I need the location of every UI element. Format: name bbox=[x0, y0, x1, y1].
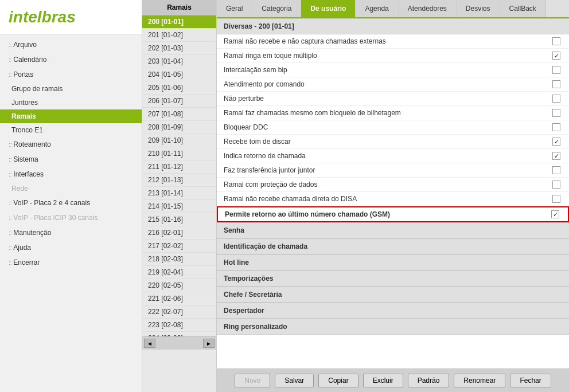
sidebar-item-ajuda[interactable]: Ajuda bbox=[0, 240, 142, 255]
ramal-item[interactable]: 215 [01-16] bbox=[142, 213, 216, 226]
checkbox-cell[interactable] bbox=[551, 37, 562, 45]
sidebar-item-manutencao[interactable]: Manutenção bbox=[0, 225, 142, 240]
checkbox[interactable] bbox=[552, 37, 560, 45]
ramal-item[interactable]: 202 [01-03] bbox=[142, 42, 216, 55]
tab-agenda[interactable]: Agenda bbox=[356, 0, 398, 17]
ramal-item[interactable]: 214 [01-15] bbox=[142, 200, 216, 213]
renomear-button[interactable]: Renomear bbox=[454, 374, 505, 387]
scroll-left-button[interactable]: ◄ bbox=[144, 339, 155, 348]
ramal-item[interactable]: 213 [01-14] bbox=[142, 187, 216, 200]
tab-de-usuario[interactable]: De usuário bbox=[301, 0, 356, 17]
checkbox[interactable] bbox=[552, 52, 560, 60]
checkbox[interactable] bbox=[552, 123, 560, 131]
ramal-item[interactable]: 209 [01-10] bbox=[142, 134, 216, 147]
ramal-item[interactable]: 218 [02-03] bbox=[142, 253, 216, 266]
section-chefe-secretaria: Chefe / Secretária bbox=[217, 287, 569, 303]
checkbox-cell[interactable] bbox=[551, 195, 562, 203]
ramal-item[interactable]: 219 [02-04] bbox=[142, 266, 216, 279]
sidebar-item-ramais[interactable]: Ramais bbox=[0, 109, 142, 123]
ramal-item[interactable]: 210 [01-11] bbox=[142, 147, 216, 160]
option-label-highlighted: Permite retorno ao último número chamado… bbox=[225, 210, 549, 218]
checkbox[interactable] bbox=[552, 152, 560, 160]
checkbox-highlighted[interactable] bbox=[551, 210, 559, 218]
ramal-item[interactable]: 204 [01-05] bbox=[142, 68, 216, 81]
checkbox-cell[interactable] bbox=[551, 123, 562, 131]
sidebar-item-rede[interactable]: Rede bbox=[0, 182, 142, 195]
section-identificacao: Identificação de chamada bbox=[217, 238, 569, 254]
bottom-toolbar: Novo Salvar Copiar Excluir Padrão Renome… bbox=[217, 369, 569, 392]
checkbox[interactable] bbox=[552, 195, 560, 203]
ramal-item[interactable]: 207 [01-08] bbox=[142, 108, 216, 121]
ramal-item[interactable]: 200 [01-01] bbox=[142, 15, 216, 29]
sidebar-item-calendario[interactable]: Calendário bbox=[0, 52, 142, 67]
ramal-item[interactable]: 221 [02-06] bbox=[142, 292, 216, 305]
sidebar-item-grupo-ramais[interactable]: Grupo de ramais bbox=[0, 82, 142, 96]
checkbox-cell[interactable] bbox=[551, 109, 562, 117]
checkbox[interactable] bbox=[552, 138, 560, 146]
checkbox-cell[interactable] bbox=[549, 210, 561, 218]
checkbox-cell[interactable] bbox=[551, 181, 562, 189]
ramal-item[interactable]: 206 [01-07] bbox=[142, 95, 216, 108]
salvar-button[interactable]: Salvar bbox=[275, 374, 314, 387]
tab-callback[interactable]: CallBack bbox=[500, 0, 546, 17]
checkbox-cell[interactable] bbox=[551, 66, 562, 74]
ramal-item[interactable]: 203 [01-04] bbox=[142, 55, 216, 68]
novo-button[interactable]: Novo bbox=[235, 374, 270, 387]
option-row: Ramal com proteção de dados bbox=[217, 178, 569, 192]
ramal-item[interactable]: 220 [02-05] bbox=[142, 279, 216, 292]
checkbox[interactable] bbox=[552, 166, 560, 174]
checkbox-cell[interactable] bbox=[551, 95, 562, 103]
checkbox-cell[interactable] bbox=[551, 52, 562, 60]
tab-categoria[interactable]: Categoria bbox=[252, 0, 301, 17]
ramal-item[interactable]: 205 [01-06] bbox=[142, 81, 216, 95]
option-row: Atendimento por comando bbox=[217, 77, 569, 92]
sidebar-item-sistema[interactable]: Sistema bbox=[0, 152, 142, 167]
ramal-item[interactable]: 212 [01-13] bbox=[142, 174, 216, 187]
option-label: Ramal faz chamadas mesmo com bloqueio de… bbox=[224, 109, 551, 117]
option-label: Ramal ringa em toque múltiplo bbox=[224, 52, 551, 60]
checkbox-cell[interactable] bbox=[551, 138, 562, 146]
sidebar-item-encerrar[interactable]: Encerrar bbox=[0, 255, 142, 270]
checkbox[interactable] bbox=[552, 95, 560, 103]
checkbox[interactable] bbox=[552, 80, 560, 88]
tab-desvios[interactable]: Desvios bbox=[457, 0, 500, 17]
logo-area: intelbras bbox=[0, 0, 142, 34]
tab-atendedores[interactable]: Atendedores bbox=[399, 0, 457, 17]
sidebar-item-portas[interactable]: Portas bbox=[0, 67, 142, 82]
ramal-item[interactable]: 201 [01-02] bbox=[142, 29, 216, 42]
sidebar-item-voip-icip[interactable]: VoIP - Placa ICIP 30 canais bbox=[0, 210, 142, 225]
option-label: Ramal com proteção de dados bbox=[224, 181, 551, 189]
checkbox-cell[interactable] bbox=[551, 152, 562, 160]
sidebar-item-tronco-e1[interactable]: Tronco E1 bbox=[0, 123, 142, 137]
fechar-button[interactable]: Fechar bbox=[510, 374, 551, 387]
checkbox[interactable] bbox=[552, 66, 560, 74]
option-label: Recebe tom de discar bbox=[224, 138, 551, 146]
ramal-item[interactable]: 208 [01-09] bbox=[142, 121, 216, 134]
sidebar-item-voip-2-4[interactable]: VoIP - Placa 2 e 4 canais bbox=[0, 195, 142, 210]
ramal-item[interactable]: 223 [02-08] bbox=[142, 319, 216, 332]
padrao-button[interactable]: Padrão bbox=[408, 374, 450, 387]
excluir-button[interactable]: Excluir bbox=[363, 374, 403, 387]
checkbox-cell[interactable] bbox=[551, 80, 562, 88]
copiar-button[interactable]: Copiar bbox=[318, 374, 358, 387]
checkbox[interactable] bbox=[552, 109, 560, 117]
option-row: Indica retorno de chamada bbox=[217, 149, 569, 163]
scroll-right-button[interactable]: ► bbox=[203, 339, 215, 348]
tab-geral[interactable]: Geral bbox=[217, 0, 252, 17]
checkbox-cell[interactable] bbox=[551, 166, 562, 174]
section-senha: Senha bbox=[217, 222, 569, 238]
ramal-item[interactable]: 216 [02-01] bbox=[142, 226, 216, 240]
sidebar-item-interfaces[interactable]: Interfaces bbox=[0, 167, 142, 182]
ramais-list[interactable]: 200 [01-01] 201 [01-02] 202 [01-03] 203 … bbox=[142, 15, 216, 336]
sidebar-item-roteamento[interactable]: Roteamento bbox=[0, 137, 142, 152]
ramal-item[interactable]: 224 [02-09] bbox=[142, 332, 216, 336]
sidebar-item-juntores[interactable]: Juntores bbox=[0, 96, 142, 109]
ramal-item[interactable]: 217 [02-02] bbox=[142, 240, 216, 253]
sidebar-item-arquivo[interactable]: Arquivo bbox=[0, 37, 142, 52]
checkbox[interactable] bbox=[552, 181, 560, 189]
section-ring: Ring personalizado bbox=[217, 319, 569, 335]
option-row: Faz transferência juntor juntor bbox=[217, 163, 569, 178]
ramal-item[interactable]: 211 [01-12] bbox=[142, 160, 216, 174]
ramal-item[interactable]: 222 [02-07] bbox=[142, 305, 216, 319]
option-row: Ramal não recebe chamada direta do DISA bbox=[217, 192, 569, 206]
